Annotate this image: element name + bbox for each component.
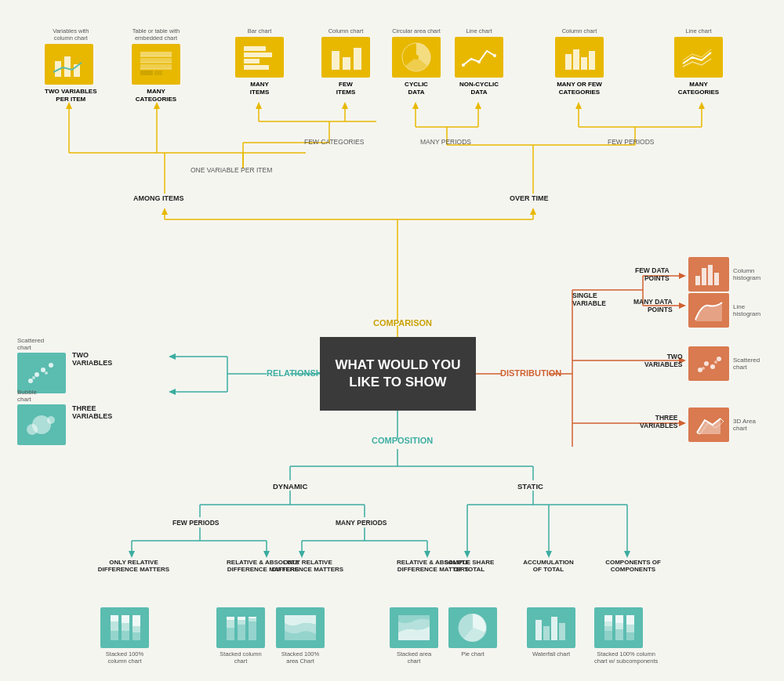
svg-rect-101 bbox=[343, 57, 350, 70]
chart-bubble-left: Bubblechart bbox=[17, 389, 66, 445]
svg-rect-152 bbox=[535, 620, 542, 640]
chart-stacked-100-col: Stacked 100%column chart bbox=[100, 607, 149, 665]
few-periods-top-label: FEW PERIODS bbox=[608, 138, 655, 146]
svg-marker-70 bbox=[263, 551, 270, 558]
distribution-label: DISTRIBUTION bbox=[500, 368, 561, 378]
three-variables-dist: THREEVARIABLES bbox=[640, 414, 678, 429]
only-relative-2-label: ONLY RELATIVEDIFFERENCE MATTERS bbox=[263, 559, 353, 573]
chart-stacked-100-area: Stacked 100%area Chart bbox=[276, 607, 325, 665]
svg-point-105 bbox=[462, 63, 465, 67]
svg-point-119 bbox=[27, 424, 38, 435]
svg-rect-92 bbox=[154, 71, 162, 75]
svg-marker-15 bbox=[154, 102, 160, 109]
chart-scattered-dist: Scatteredchart bbox=[688, 346, 760, 381]
svg-rect-88 bbox=[140, 52, 172, 56]
svg-point-115 bbox=[49, 363, 53, 368]
chart-many-or-few-cat: Column chart MANY OR FEWCATEGORIES bbox=[555, 27, 604, 96]
svg-rect-145 bbox=[238, 625, 245, 640]
svg-marker-82 bbox=[546, 551, 552, 558]
svg-rect-157 bbox=[604, 621, 612, 626]
svg-marker-49 bbox=[679, 273, 686, 279]
comparison-label: COMPARISON bbox=[373, 318, 432, 328]
few-cat-label: FEW CATEGORIES bbox=[304, 138, 364, 146]
chart-stacked-100-sub: Stacked 100% columnchart w/ subcomponent… bbox=[594, 607, 658, 665]
svg-rect-123 bbox=[708, 265, 713, 285]
chart-3d-area: 3D Areachart bbox=[688, 408, 756, 442]
svg-rect-96 bbox=[244, 46, 266, 51]
svg-rect-158 bbox=[604, 626, 612, 631]
svg-rect-147 bbox=[238, 617, 245, 620]
svg-marker-68 bbox=[129, 551, 135, 558]
svg-rect-146 bbox=[238, 620, 245, 625]
svg-rect-143 bbox=[227, 620, 234, 628]
chart-scattered-left: Scatteredchart bbox=[17, 337, 66, 393]
svg-rect-154 bbox=[551, 617, 557, 640]
many-periods-top-label: MANY PERIODS bbox=[420, 138, 471, 146]
svg-rect-108 bbox=[565, 54, 572, 70]
center-text: WHAT WOULD YOU LIKE TO SHOW bbox=[336, 357, 461, 391]
two-variables-dist: TWOVARIABLES bbox=[644, 353, 683, 368]
svg-marker-55 bbox=[679, 420, 686, 426]
svg-point-104 bbox=[414, 55, 419, 60]
many-periods-comp-label: MANY PERIODS bbox=[336, 519, 387, 527]
svg-rect-111 bbox=[589, 51, 595, 70]
svg-rect-91 bbox=[140, 71, 153, 75]
svg-marker-21 bbox=[342, 102, 348, 109]
static-label: STATIC bbox=[517, 482, 543, 491]
svg-rect-139 bbox=[132, 615, 140, 626]
svg-rect-100 bbox=[332, 51, 339, 70]
svg-rect-109 bbox=[573, 49, 579, 70]
svg-rect-164 bbox=[626, 625, 634, 632]
svg-rect-136 bbox=[122, 615, 129, 623]
svg-rect-89 bbox=[140, 58, 172, 63]
svg-rect-90 bbox=[140, 64, 172, 69]
chart-many-cat-line: Line chart MANYCATEGORIES bbox=[674, 27, 723, 96]
chart-cyclic-data: Circular area chart CYCLICDATA bbox=[392, 27, 441, 96]
svg-rect-97 bbox=[244, 53, 272, 57]
svg-rect-138 bbox=[122, 631, 129, 640]
svg-point-117 bbox=[45, 371, 48, 375]
few-periods-comp-label: FEW PERIODS bbox=[172, 519, 220, 527]
svg-rect-99 bbox=[244, 65, 269, 70]
few-data-points-label: FEW DATAPOINTS bbox=[635, 266, 670, 282]
svg-marker-27 bbox=[412, 102, 419, 109]
svg-marker-10 bbox=[66, 102, 72, 109]
svg-point-129 bbox=[702, 367, 705, 370]
chart-two-variables: Variables withcolumn chart TWO VARIABLES… bbox=[45, 27, 97, 103]
svg-rect-155 bbox=[559, 623, 565, 640]
accumulation-label: ACCUMULATIONOF TOTAL bbox=[515, 559, 582, 573]
svg-point-130 bbox=[714, 360, 717, 364]
svg-line-132 bbox=[720, 418, 724, 422]
svg-rect-142 bbox=[227, 628, 234, 640]
svg-rect-163 bbox=[626, 615, 634, 625]
svg-point-106 bbox=[477, 60, 481, 63]
chart-stacked-col: Stacked columnchart bbox=[216, 607, 265, 665]
svg-point-107 bbox=[493, 54, 496, 57]
svg-rect-133 bbox=[111, 615, 118, 621]
svg-rect-135 bbox=[111, 631, 118, 640]
svg-marker-29 bbox=[475, 102, 481, 109]
single-variable-label: SINGLEVARIABLE bbox=[572, 292, 606, 307]
svg-point-112 bbox=[28, 379, 33, 383]
svg-point-120 bbox=[47, 416, 55, 424]
svg-marker-74 bbox=[299, 551, 305, 558]
svg-rect-148 bbox=[249, 621, 256, 640]
chart-many-categories-1: Table or table withembedded chart MANYCA… bbox=[132, 27, 180, 103]
composition-label: COMPOSITION bbox=[372, 436, 433, 445]
chart-few-items: Column chart FEWITEMS bbox=[321, 27, 370, 96]
svg-rect-165 bbox=[626, 632, 634, 640]
chart-stacked-area: Stacked areachart bbox=[390, 607, 438, 665]
chart-non-cyclic: Line chart NON-CYCLICDATA bbox=[455, 27, 503, 96]
svg-rect-124 bbox=[714, 273, 719, 285]
svg-rect-160 bbox=[615, 615, 623, 623]
one-var-label: ONE VARIABLE PER ITEM bbox=[191, 166, 272, 174]
svg-rect-86 bbox=[64, 56, 71, 77]
svg-rect-156 bbox=[604, 615, 612, 621]
svg-rect-98 bbox=[244, 59, 260, 63]
svg-point-126 bbox=[704, 361, 709, 366]
svg-rect-140 bbox=[132, 626, 140, 632]
svg-marker-19 bbox=[256, 102, 262, 109]
svg-rect-149 bbox=[249, 618, 256, 621]
chart-pie: Pie chart bbox=[448, 607, 497, 657]
svg-marker-76 bbox=[424, 551, 430, 558]
